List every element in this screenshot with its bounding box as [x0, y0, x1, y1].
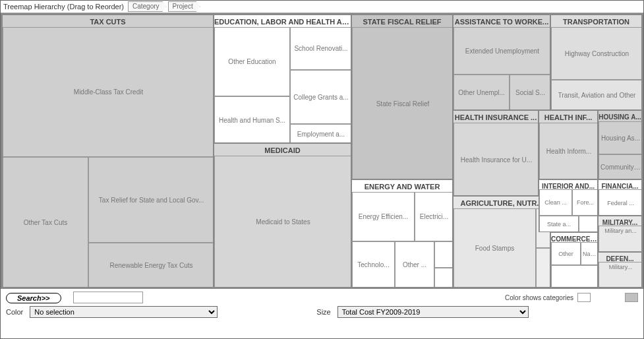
cat-label: EDUCATION, LABOR AND HEALTH AN... [214, 15, 351, 26]
proj[interactable]: Other Unempl... [454, 75, 510, 110]
proj[interactable]: Extended Unemployment [454, 27, 550, 75]
topbar-title: Treemap Hierarchy (Drag to Reorder) [3, 3, 124, 11]
proj[interactable]: Energy Efficien... [352, 192, 415, 241]
cat-interior[interactable]: INTERIOR AND... Clean ... Fore... State … [539, 179, 598, 232]
search-input[interactable] [73, 292, 143, 303]
legend-label: Color shows categories [505, 294, 573, 301]
cat-transport[interactable]: TRANSPORTATION Highway Construction Tran… [550, 15, 642, 110]
cat-health-inf[interactable]: HEALTH INF... Health Inform... [539, 110, 598, 179]
cat-label: TRANSPORTATION [551, 15, 641, 26]
cat-label: MILITARY... [599, 216, 641, 226]
cat-label: HOUSING A... [599, 111, 641, 121]
proj[interactable]: Highway Construction [551, 27, 642, 80]
proj[interactable]: Military... [599, 262, 642, 288]
cat-assistance[interactable]: ASSISTANCE TO WORKE... Extended Unemploy… [453, 15, 550, 110]
cat-label: COMMERCE, ... [551, 233, 597, 243]
cat-agriculture[interactable]: AGRICULTURE, NUTR... Food Stamps [453, 196, 550, 288]
proj[interactable]: Medicaid to States [214, 156, 351, 288]
proj[interactable] [536, 248, 550, 288]
proj[interactable]: Employment a... [290, 124, 351, 143]
cat-defense[interactable]: DEFEN... Military... [598, 252, 642, 288]
proj[interactable]: Fore... [572, 189, 598, 216]
proj[interactable]: Other ... [395, 241, 434, 288]
proj[interactable]: Health and Human S... [214, 96, 290, 143]
treemap[interactable]: TAX CUTS Middle-Class Tax Credit Other T… [1, 13, 643, 289]
proj[interactable]: Middle-Class Tax Credit [3, 27, 214, 157]
cat-tax-cuts[interactable]: TAX CUTS Middle-Class Tax Credit Other T… [2, 15, 214, 288]
proj[interactable]: Electrici... [415, 192, 453, 241]
proj[interactable]: Health Inform... [539, 123, 598, 179]
crumb-project[interactable]: Project [168, 1, 200, 12]
proj[interactable]: State Fiscal Relief [352, 27, 453, 179]
cat-label: DEFEN... [599, 253, 641, 262]
cat-label: FINANCIA... [599, 180, 641, 190]
cat-label: AGRICULTURE, NUTR... [454, 197, 550, 207]
proj[interactable]: Clean ... [539, 189, 572, 216]
proj[interactable] [434, 241, 453, 268]
cat-financial[interactable]: FINANCIA... Federal ... [598, 179, 642, 216]
legend-swatch-dark [625, 293, 638, 302]
app-window: Treemap Hierarchy (Drag to Reorder) Cate… [0, 0, 644, 339]
proj[interactable]: Renewable Energy Tax Cuts [88, 243, 214, 288]
cat-label: HEALTH INSURANCE ... [454, 111, 538, 121]
topbar: Treemap Hierarchy (Drag to Reorder) Cate… [1, 1, 643, 13]
crumb-category[interactable]: Category [128, 1, 167, 12]
proj[interactable]: Food Stamps [454, 208, 536, 288]
proj[interactable]: State a... [539, 216, 579, 232]
cat-label: ENERGY AND WATER [352, 180, 452, 191]
proj[interactable] [579, 216, 598, 232]
proj[interactable]: Tax Relief for State and Local Gov... [88, 157, 214, 243]
proj[interactable]: Transit, Aviation and Other [551, 80, 642, 110]
cat-state-fiscal[interactable]: STATE FISCAL RELIEF State Fiscal Relief [351, 15, 453, 179]
proj[interactable]: Housing As... [599, 121, 642, 154]
proj[interactable]: College Grants a... [290, 70, 351, 124]
cat-label: INTERIOR AND... [539, 180, 597, 190]
cat-energy[interactable]: ENERGY AND WATER Energy Efficien... Elec… [351, 179, 453, 288]
size-select[interactable]: Total Cost FY2009-2019 [337, 306, 529, 318]
color-select[interactable]: No selection [30, 306, 218, 318]
proj[interactable]: Other Tax Cuts [3, 157, 88, 288]
legend-swatch-light [577, 293, 591, 302]
proj[interactable] [551, 265, 598, 288]
proj[interactable]: Social S... [510, 75, 550, 110]
cat-military[interactable]: MILITARY... Military an... [598, 216, 642, 252]
proj[interactable]: Other Education [214, 27, 290, 96]
cat-label: STATE FISCAL RELIEF [352, 15, 452, 26]
proj[interactable]: Military an... [599, 226, 642, 252]
bottom-controls: Search>> Color shows categories Color No… [1, 289, 643, 321]
proj[interactable]: Health Insurance for U... [454, 123, 539, 196]
cat-label: MEDICAID [214, 144, 351, 154]
search-button[interactable]: Search>> [6, 293, 61, 303]
color-label: Color [6, 308, 23, 316]
proj[interactable]: School Renovati... [290, 27, 351, 70]
cat-label: TAX CUTS [3, 15, 213, 26]
cat-label: HEALTH INF... [539, 111, 597, 121]
proj[interactable]: Other [551, 242, 581, 265]
cat-housing[interactable]: HOUSING A... Housing As... Community ... [598, 110, 642, 179]
proj[interactable] [434, 268, 453, 288]
proj[interactable]: Nati... [581, 242, 598, 265]
legend: Color shows categories [505, 293, 638, 302]
cat-health-ins[interactable]: HEALTH INSURANCE ... Health Insurance fo… [453, 110, 539, 196]
proj[interactable]: Community ... [599, 154, 642, 179]
size-label: Size [316, 308, 330, 316]
cat-education[interactable]: EDUCATION, LABOR AND HEALTH AN... Other … [214, 15, 351, 143]
cat-medicaid[interactable]: MEDICAID Medicaid to States [214, 143, 351, 288]
proj[interactable]: Technolo... [352, 241, 395, 288]
cat-commerce[interactable]: COMMERCE, ... Other Nati... [550, 232, 598, 288]
proj[interactable]: Federal ... [599, 189, 642, 216]
cat-label: ASSISTANCE TO WORKE... [454, 15, 550, 26]
